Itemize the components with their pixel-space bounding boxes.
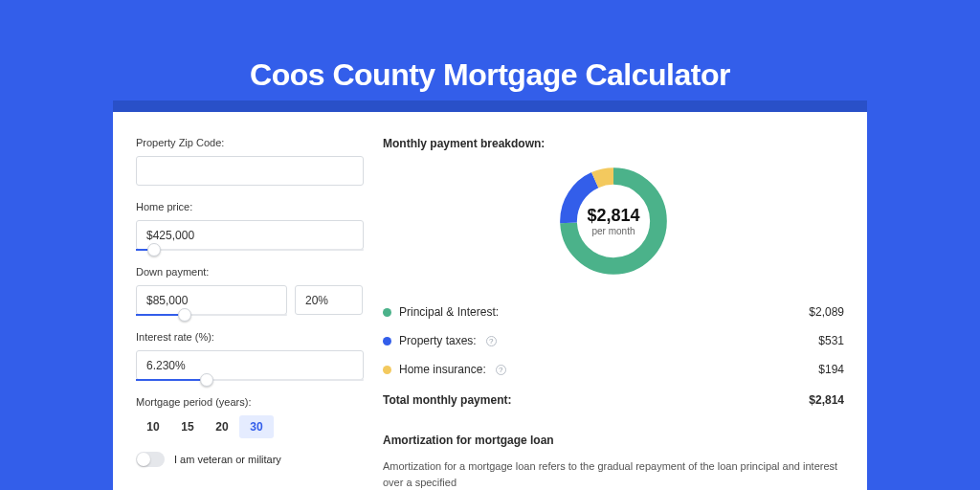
home-price-field: Home price:	[136, 201, 364, 251]
home-price-input[interactable]	[136, 220, 364, 250]
info-icon[interactable]: ?	[486, 336, 497, 346]
header-strip	[113, 100, 867, 112]
interest-label: Interest rate (%):	[136, 331, 364, 343]
period-label: Mortgage period (years):	[136, 396, 364, 408]
period-options: 10 15 20 30	[136, 415, 364, 438]
page-title: Coos County Mortgage Calculator	[113, 57, 867, 93]
legend-label: Property taxes:	[399, 334, 477, 347]
donut-center: $2,814 per month	[554, 162, 673, 280]
down-payment-label: Down payment:	[136, 266, 364, 278]
donut-amount: $2,814	[587, 206, 639, 226]
breakdown-column: Monthly payment breakdown: $2,814 per mo…	[383, 137, 867, 490]
total-row: Total monthly payment: $2,814	[383, 384, 844, 407]
info-icon[interactable]: ?	[496, 365, 506, 375]
dot-icon	[383, 337, 391, 345]
period-option-10[interactable]: 10	[136, 415, 170, 438]
breakdown-title: Monthly payment breakdown:	[383, 137, 844, 150]
legend-label: Principal & Interest:	[399, 305, 499, 319]
down-payment-input[interactable]	[136, 285, 287, 315]
zip-field: Property Zip Code:	[136, 137, 364, 186]
legend-row-insurance: Home insurance: ? $194	[383, 355, 844, 384]
zip-input[interactable]	[136, 156, 364, 186]
interest-input[interactable]	[136, 350, 364, 380]
period-field: Mortgage period (years): 10 15 20 30	[136, 396, 364, 438]
veteran-toggle[interactable]	[136, 452, 165, 467]
title-bar: Coos County Mortgage Calculator	[113, 57, 867, 93]
zip-label: Property Zip Code:	[136, 137, 364, 148]
home-price-slider[interactable]	[136, 249, 364, 251]
interest-field: Interest rate (%):	[136, 331, 364, 381]
legend-label: Home insurance:	[399, 363, 486, 376]
legend-row-taxes: Property taxes: ? $531	[383, 326, 844, 355]
page: Coos County Mortgage Calculator Property…	[0, 0, 980, 490]
down-payment-field: Down payment:	[136, 266, 364, 316]
donut-chart: $2,814 per month	[383, 162, 844, 280]
inputs-column: Property Zip Code: Home price: Down paym…	[113, 137, 383, 490]
legend-value: $194	[818, 363, 844, 376]
total-value: $2,814	[809, 393, 844, 407]
donut-per: per month	[591, 226, 635, 236]
amortization-text: Amortization for a mortgage loan refers …	[383, 458, 844, 490]
period-option-15[interactable]: 15	[170, 415, 205, 438]
dot-icon	[383, 366, 391, 374]
legend-value: $2,089	[809, 305, 844, 319]
interest-slider[interactable]	[136, 379, 364, 381]
legend-row-principal: Principal & Interest: $2,089	[383, 298, 844, 326]
down-payment-slider[interactable]	[136, 314, 287, 316]
total-label: Total monthly payment:	[383, 393, 511, 407]
home-price-label: Home price:	[136, 201, 364, 212]
legend-value: $531	[818, 334, 844, 347]
dot-icon	[383, 308, 391, 317]
calculator-card: Property Zip Code: Home price: Down paym…	[113, 112, 867, 490]
period-option-30[interactable]: 30	[239, 415, 274, 438]
veteran-row: I am veteran or military	[136, 452, 364, 467]
amortization-title: Amortization for mortgage loan	[383, 434, 844, 447]
period-option-20[interactable]: 20	[205, 415, 239, 438]
down-payment-pct-input[interactable]	[295, 285, 363, 315]
veteran-label: I am veteran or military	[174, 454, 281, 465]
